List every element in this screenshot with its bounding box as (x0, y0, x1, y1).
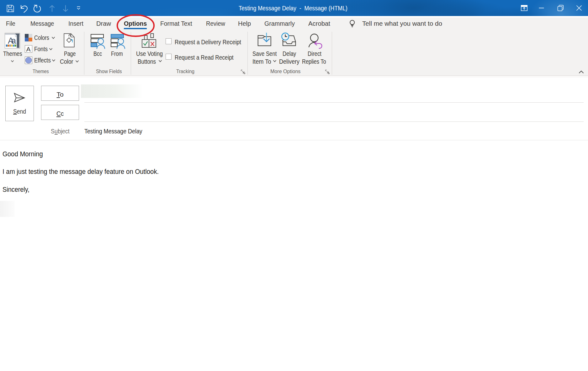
svg-text:Aa: Aa (8, 35, 16, 45)
svg-text:A: A (26, 46, 31, 53)
